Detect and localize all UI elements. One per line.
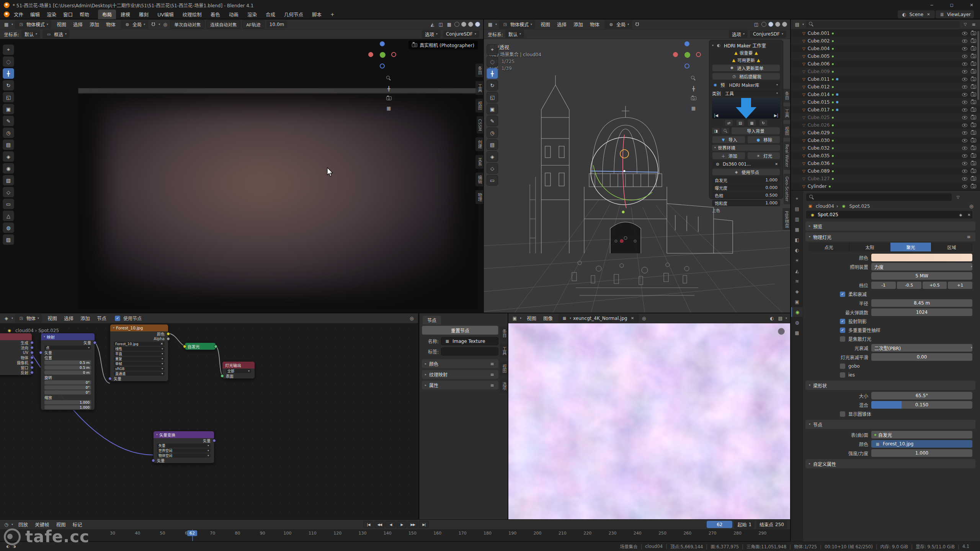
node-emission[interactable]: 自发光 — [185, 342, 216, 350]
pin-icon[interactable]: ◎ — [968, 203, 975, 209]
tool-button[interactable]: ▧ — [3, 175, 14, 186]
outliner-item[interactable]: ▽ Cube.025 — [791, 114, 980, 121]
node-input-socket[interactable]: 矢量 — [110, 376, 168, 381]
outliner-item[interactable]: ▽ Cube.032 — [791, 144, 980, 152]
tool-button[interactable]: ▣ — [487, 104, 498, 114]
outliner-item[interactable]: ▽ Cube.030 — [791, 137, 980, 144]
properties-tab[interactable]: ◍ — [791, 318, 803, 327]
pan-hand-icon[interactable]: ╋ — [690, 85, 697, 92]
zoom-icon[interactable] — [691, 76, 696, 81]
hide-render-icon[interactable] — [971, 177, 976, 181]
max-bounces-field[interactable]: 1024 — [871, 308, 972, 316]
node-label-input[interactable] — [441, 347, 498, 355]
section-nodes[interactable]: ▾节点 — [805, 420, 975, 429]
prev-hdri-icon[interactable]: |◀ — [714, 113, 718, 117]
menu-item[interactable]: 物体 — [586, 20, 603, 29]
hide-viewport-icon[interactable] — [962, 131, 967, 135]
workspace-tab[interactable]: 布局 — [98, 10, 116, 19]
hide-render-icon[interactable] — [971, 123, 976, 127]
tool-button[interactable]: ⌖ — [3, 44, 14, 55]
axis-x-neg-icon[interactable] — [391, 52, 396, 57]
hide-render-icon[interactable] — [971, 139, 976, 142]
xray-toggle-icon[interactable]: ▩ — [446, 21, 452, 28]
tool-button[interactable]: ╋ — [487, 68, 498, 79]
mode-dropdown[interactable]: ◳物体模式▾ — [499, 20, 535, 29]
hide-viewport-icon[interactable] — [962, 55, 967, 58]
hide-viewport-icon[interactable] — [962, 70, 967, 73]
viewlayer-selector[interactable]: ≣ViewLayer — [936, 10, 974, 18]
tool-button[interactable]: ▤ — [3, 139, 14, 150]
tool-button[interactable]: ▨ — [3, 234, 14, 245]
properties-tab[interactable]: ◉ — [791, 307, 803, 317]
hide-render-icon[interactable] — [971, 39, 976, 43]
sidebar-tab[interactable]: 视图 — [782, 124, 790, 138]
proportional-edit-icon[interactable]: ◎ — [162, 21, 168, 28]
use-nodes-button[interactable]: ◈使用节点 — [712, 168, 780, 176]
hide-render-icon[interactable] — [971, 108, 976, 112]
properties-tab[interactable]: ☀ — [791, 256, 803, 265]
surface-shader-field[interactable]: 自发光 — [871, 431, 972, 439]
grid-view-icon[interactable]: ▦ — [748, 120, 756, 126]
sidebar-tab[interactable]: 关系 — [475, 155, 483, 169]
node-image-texture[interactable]: ▾Forest_10.jpg 颜色 Alpha Forest_10.jpg✕ 线… — [110, 324, 168, 381]
tool-button[interactable]: ◱ — [3, 92, 14, 103]
show-cone-checkbox[interactable]: 显示圆锥体 — [803, 409, 978, 418]
sidebar-tab[interactable]: CSSM — [477, 116, 483, 134]
frame-start-field[interactable]: 起始1 — [734, 520, 755, 529]
sidebar-tab[interactable]: 视图 — [475, 99, 483, 112]
color-texture-field[interactable]: ▦Forest_10.jpg — [871, 440, 972, 448]
stop-adjust-button[interactable]: +0.5 — [923, 282, 947, 289]
menu-item[interactable]: 添加 — [86, 20, 103, 29]
viewport-3d-canvas[interactable]: 用户透视 (62) 场景集合 | cloud04 物体 1/725 灯光 1/3… — [484, 39, 790, 313]
hide-viewport-icon[interactable] — [962, 116, 967, 119]
camera-name-label[interactable]: 真实相机 (Photographer) — [408, 41, 478, 49]
alpha-dropdown[interactable]: 直通道▾ — [114, 372, 165, 376]
import-button[interactable]: ▼导入 — [712, 136, 745, 143]
sidebar-tab[interactable]: PBR棋盘 — [782, 208, 790, 230]
nav-axis-gizmo[interactable] — [672, 41, 701, 70]
workspace-tab[interactable]: 几何节点 — [280, 10, 307, 19]
sidebar-active-tab[interactable]: 节点 — [423, 316, 441, 324]
hide-render-icon[interactable] — [971, 161, 976, 165]
outliner-item[interactable]: ▽ Cube.001 — [791, 29, 980, 37]
shading-material-icon[interactable] — [775, 22, 780, 27]
sidebar-tab[interactable]: 创建 — [475, 137, 483, 151]
hide-render-icon[interactable] — [971, 77, 976, 81]
light-color-swatch[interactable] — [871, 254, 972, 261]
workspace-tab[interactable]: 建模 — [116, 10, 134, 19]
node-texture-coordinate[interactable]: 纹理坐标 生成法向UV物体摄像机窗口反射 — [0, 333, 32, 375]
light-datablock-field[interactable]: ◉ Spot.025 ◈ ✕ — [806, 211, 972, 218]
value-field[interactable]: 1.000 — [44, 405, 91, 409]
menu-icon[interactable]: ≡ — [965, 234, 972, 240]
properties-tab[interactable]: ▩ — [791, 328, 803, 337]
hide-render-icon[interactable] — [971, 184, 976, 188]
menu-item[interactable]: 添加 — [77, 314, 93, 323]
stop-adjust-button[interactable]: -0.5 — [897, 282, 921, 289]
properties-tab[interactable]: ◐ — [791, 245, 803, 255]
playback-button[interactable]: ▶| — [419, 521, 429, 528]
tool-button[interactable]: ◈ — [487, 151, 498, 162]
minimize-button[interactable]: ─ — [923, 0, 940, 10]
outliner-item[interactable]: ▽ Cube.011 — [791, 75, 980, 83]
snap-magnet-icon[interactable]: Ω — [150, 21, 157, 28]
display-options-icon[interactable]: ▤ — [777, 315, 784, 321]
tool-button[interactable]: ◇ — [3, 187, 14, 197]
sidebar-tab[interactable]: 选项 — [500, 379, 508, 393]
tool-button[interactable]: ◷ — [3, 127, 14, 138]
tool-button[interactable]: ↻ — [487, 80, 498, 91]
eyedropper-icon[interactable]: ◨ — [712, 128, 720, 134]
pan-hand-icon[interactable]: ╋ — [385, 85, 392, 92]
hide-render-icon[interactable] — [971, 116, 976, 119]
world-section-header[interactable]: ▾世界环境 — [712, 145, 780, 151]
sidebar-tab[interactable]: 工具 — [475, 81, 483, 95]
tool-button[interactable]: ▭ — [3, 199, 14, 209]
outliner-item[interactable]: ▽ Cube.089 — [791, 167, 980, 175]
outliner-item[interactable]: ▽ Cube.035 — [791, 152, 980, 160]
value-field[interactable]: 0° — [44, 385, 91, 390]
shuffle-icon[interactable]: ⇄ — [725, 120, 733, 126]
menu-item[interactable]: 视图 — [523, 314, 540, 323]
pin-icon[interactable]: ◎ — [641, 315, 647, 321]
filter-funnel-icon[interactable]: ▽ — [962, 21, 969, 28]
outliner-item[interactable]: ▽ Cube.012 — [791, 83, 980, 91]
colorspace-dropdown[interactable]: sRGB▾ — [114, 367, 165, 371]
